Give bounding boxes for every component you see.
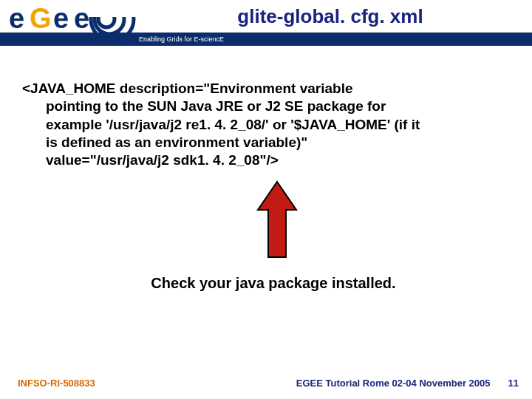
footer: INFSO-RI-508833 EGEE Tutorial Rome 02-04… (0, 378, 532, 389)
xml-line: pointing to the SUN Java JRE or J2 SE pa… (22, 98, 510, 115)
svg-text:e: e (74, 3, 89, 34)
xml-line: example '/usr/java/j2 re1. 4. 2_08/' or … (22, 116, 510, 134)
xml-line: is defined as an environment variable)" (22, 134, 510, 151)
svg-text:e: e (9, 3, 24, 34)
egee-logo: e G e e (0, 0, 140, 46)
xml-line: value="/usr/java/j2 sdk1. 4. 2_08"/> (22, 151, 510, 169)
title-bar: glite-global. cfg. xml (129, 0, 532, 33)
xml-line: <JAVA_HOME description="Environment vari… (22, 80, 510, 98)
tagline-bar: Enabling Grids for E-sciencE (129, 33, 532, 46)
page-number: 11 (508, 378, 519, 389)
slide-title: glite-global. cfg. xml (237, 5, 423, 28)
xml-snippet: <JAVA_HOME description="Environment vari… (22, 80, 510, 170)
tagline-text: Enabling Grids for E-sciencE (139, 35, 224, 43)
header: glite-global. cfg. xml Enabling Grids fo… (0, 0, 532, 46)
content: <JAVA_HOME description="Environment vari… (0, 46, 532, 292)
svg-marker-9 (258, 182, 296, 257)
footer-left: INFSO-RI-508833 (18, 378, 95, 389)
arrow-up-icon (44, 180, 510, 262)
svg-text:G: G (30, 3, 52, 34)
svg-rect-4 (87, 0, 139, 17)
svg-text:e: e (53, 3, 69, 34)
footer-mid: EGEE Tutorial Rome 02-04 November 2005 (95, 378, 508, 389)
check-instruction: Check your java package installed. (37, 275, 510, 292)
